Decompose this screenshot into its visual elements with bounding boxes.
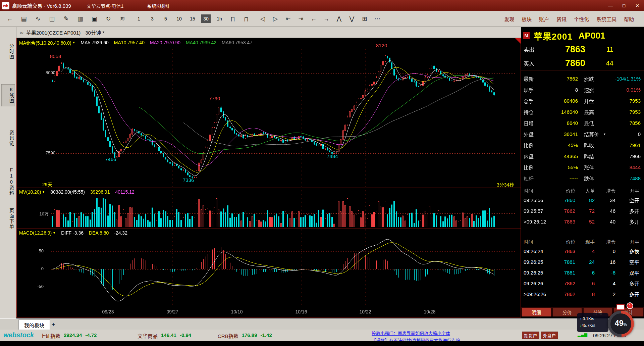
- notification-badge[interactable]: 1: [627, 302, 633, 309]
- zigzag-icon[interactable]: ≋: [115, 13, 129, 24]
- cell-position-change: 0: [595, 248, 615, 254]
- column-header: 开平: [615, 238, 644, 245]
- menu-boards[interactable]: 板块: [522, 15, 532, 22]
- column-header: 价位: [552, 187, 575, 194]
- cell-position-change: 2: [595, 291, 615, 297]
- prev-page-icon[interactable]: ◁: [256, 13, 269, 24]
- board-icon[interactable]: ▤: [17, 13, 31, 24]
- quote-value: 8: [542, 87, 578, 93]
- tab-detail[interactable]: 明细: [522, 308, 551, 316]
- table-row[interactable]: 09:25:5678608234空开: [521, 195, 644, 205]
- quote-label: 涨跌: [578, 75, 602, 82]
- upload-arrow-icon: ↑: [580, 316, 582, 321]
- pan-right-icon[interactable]: →: [320, 13, 333, 24]
- macd-axis-label: 50: [25, 248, 44, 253]
- maximize-button[interactable]: □: [617, 1, 631, 10]
- minute-chart-icon[interactable]: ◫: [45, 13, 59, 24]
- macd-indicator-selector[interactable]: MACD(12,26,9) ▼: [19, 230, 56, 236]
- progress-gauge-value: 49 %: [610, 313, 631, 334]
- table-row[interactable]: 09:25:5778627246多开: [521, 205, 644, 216]
- period-button-30[interactable]: 30: [201, 14, 211, 23]
- cell-time: 09:26:26: [521, 281, 552, 286]
- macd-value: DEA 8.80: [89, 230, 109, 236]
- app-window: wh 赢顺云端交易 - Ver6.8.039 文华云节点-电信1 系统K线图 —…: [0, 0, 644, 346]
- quote-header: M 苹果2001 AP001: [521, 29, 644, 42]
- sidebar-tab-time-chart[interactable]: 分时图: [1, 41, 15, 62]
- jump-start-icon[interactable]: ⇤: [282, 13, 294, 24]
- bid-row[interactable]: 买入 7860 44: [521, 56, 644, 70]
- table-row[interactable]: 09:26:2578612416空平: [521, 256, 644, 267]
- next-page-icon[interactable]: ▷: [269, 13, 282, 24]
- sidebar-tab-kline[interactable]: K线图: [1, 84, 15, 106]
- period-button-15[interactable]: 15: [188, 14, 197, 23]
- cell-position-change: 40: [595, 219, 615, 225]
- ask-row[interactable]: 卖出 7863 11: [521, 42, 644, 56]
- period-button-3[interactable]: 3: [148, 14, 157, 23]
- period-button-10[interactable]: 10: [174, 14, 184, 23]
- cell-open-close: 多开: [615, 207, 644, 214]
- settlement-dropdown-icon[interactable]: ▼: [603, 133, 606, 136]
- period-button-日[interactable]: 日: [228, 14, 237, 23]
- overseas-account-button[interactable]: 外盘户: [541, 332, 558, 339]
- cell-volume: 24: [575, 259, 595, 265]
- minimize-button[interactable]: —: [604, 1, 617, 10]
- menu-system-tools[interactable]: 系统工具: [596, 15, 616, 22]
- menu-help[interactable]: 帮助: [624, 15, 634, 22]
- expand-icon[interactable]: ⋁: [345, 13, 358, 24]
- back-icon[interactable]: ←: [3, 13, 17, 24]
- grid-icon[interactable]: ⊞: [358, 13, 371, 24]
- menu-discover[interactable]: 发现: [504, 15, 514, 22]
- quote-label: 内盘: [521, 153, 542, 160]
- notice-link-1[interactable]: 投教小窍门：图表界面如何放大缩小字体: [372, 330, 482, 336]
- column-header: 时间: [521, 238, 552, 245]
- period-selector-label: 30分钟: [85, 29, 101, 36]
- refresh-icon[interactable]: ↻: [101, 13, 115, 24]
- table-row[interactable]: >09:26:1278635240多开: [521, 216, 644, 227]
- chevron-down-icon: ▼: [42, 190, 45, 194]
- message-icon[interactable]: [616, 304, 625, 310]
- bar-chart-icon[interactable]: ▥: [73, 13, 87, 24]
- quote-row: 日增8640最低7856: [521, 117, 644, 129]
- link-icon[interactable]: ∞: [20, 30, 23, 35]
- volume-value: 80382.00(45:55): [50, 189, 85, 195]
- period-button-5[interactable]: 5: [161, 14, 170, 23]
- save-icon[interactable]: ▣: [87, 13, 101, 24]
- ma-indicator-selector[interactable]: MA组合(5,10,20,40,60,0) ▼: [19, 39, 75, 46]
- compress-icon[interactable]: ⋀: [333, 13, 345, 24]
- period-button-1h[interactable]: 1h: [215, 14, 224, 23]
- volume-indicator-selector[interactable]: MV(10,20) ▼: [19, 189, 45, 195]
- period-button-1[interactable]: 1: [134, 14, 144, 23]
- kline-chart[interactable]: [16, 38, 521, 318]
- quote-label: 比例: [521, 142, 542, 149]
- add-board-button[interactable]: +: [49, 320, 58, 329]
- menu-account[interactable]: 账户: [539, 15, 549, 22]
- quote-label: 最新: [521, 75, 542, 82]
- menu-news[interactable]: 资讯: [556, 15, 567, 22]
- line-chart-icon[interactable]: ∿: [31, 13, 45, 24]
- chevron-down-icon: ▼: [53, 231, 56, 235]
- draw-tool-icon[interactable]: ✎: [59, 13, 73, 24]
- symbol-header-bar: ∞ 苹果2001(CZCE AP001) 30分钟 ▼: [16, 27, 521, 38]
- pan-left-icon[interactable]: ←: [307, 13, 320, 24]
- date-axis-label: 09/27: [163, 309, 182, 314]
- app-logo-icon: wh: [2, 2, 9, 9]
- close-button[interactable]: ✕: [631, 1, 644, 10]
- my-board-tab[interactable]: 我的板块: [18, 319, 50, 330]
- more-icon[interactable]: ⋯: [371, 13, 384, 24]
- current-page-name[interactable]: 系统K线图: [147, 2, 169, 9]
- quote-row: 现手8速涨0.01%: [521, 84, 644, 95]
- table-row[interactable]: 09:26:24786340多换: [521, 246, 644, 256]
- table-row[interactable]: 09:26:2578616-6双平: [521, 267, 644, 278]
- futures-account-button[interactable]: 期货户: [522, 332, 539, 339]
- table-row[interactable]: >09:26:26786282多开: [521, 289, 644, 299]
- cell-price: 7862: [552, 291, 575, 297]
- sidebar-tab-news[interactable]: 资讯链: [1, 128, 15, 149]
- menu-personalize[interactable]: 个性化: [574, 15, 589, 22]
- jump-end-icon[interactable]: ⇥: [294, 13, 307, 24]
- sidebar-tab-page-order[interactable]: 页面下单: [1, 205, 15, 232]
- period-selector[interactable]: 30分钟 ▼: [85, 29, 105, 36]
- period-button-自[interactable]: 自: [241, 14, 251, 23]
- table-row[interactable]: 09:26:26786264多开: [521, 278, 644, 289]
- sidebar-tab-f10[interactable]: F10资料: [1, 164, 15, 199]
- cell-time: 09:26:25: [521, 259, 552, 265]
